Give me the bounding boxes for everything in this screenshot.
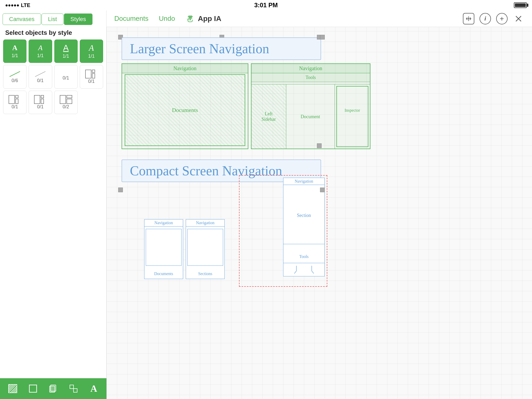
right-nav-container: Navigation Tools LeftSidebar Document In… <box>251 63 370 149</box>
battery-icon <box>514 2 527 8</box>
style-item-text-hand[interactable]: A 1/1 <box>54 39 78 63</box>
svg-rect-5 <box>9 95 15 104</box>
style-item-text-plain[interactable]: A 1/1 <box>80 39 103 63</box>
compact-docs-label: Documents <box>144 271 183 276</box>
style-item-shape-1[interactable]: 0/1 <box>54 65 78 88</box>
tab-styles[interactable]: Styles <box>64 14 92 25</box>
compact-nav-2: Navigation Sections <box>186 219 225 279</box>
section-area-label: Section <box>283 187 324 244</box>
svg-rect-8 <box>34 95 40 104</box>
style-item-shape-4[interactable]: 0/1 <box>29 91 52 114</box>
style-item-shape-3[interactable]: 0/1 <box>3 91 26 114</box>
style-count-6: 0/1 <box>37 78 44 83</box>
ui-layout-icon-1 <box>85 69 98 79</box>
style-count-8: 0/1 <box>88 79 95 84</box>
close-icon[interactable] <box>513 13 524 24</box>
shape-icon <box>69 384 78 393</box>
tools-label: Tools <box>251 73 370 82</box>
style-item-shape-2[interactable]: 0/1 <box>80 65 103 88</box>
compact-docs-box <box>146 229 182 266</box>
toolbar-icons: i + <box>463 13 524 24</box>
left-nav-container: Navigation Documents <box>122 63 248 149</box>
time-label: 3:01 PM <box>254 2 278 9</box>
svg-line-35 <box>312 271 314 274</box>
handle-compact-left[interactable] <box>118 188 123 192</box>
status-bar: ●●●●● LTE 3:01 PM <box>0 0 532 10</box>
style-count-4: 1/1 <box>88 54 95 59</box>
add-icon[interactable]: + <box>496 13 508 24</box>
larger-screen-title: Larger Screen Navigation <box>122 37 321 60</box>
nav-label-2: Navigation <box>251 64 370 73</box>
styles-grid: A 1/1 A 1/1 A 1/1 A 1/1 0/6 0/1 <box>0 39 106 114</box>
compact-nav-1: Navigation Documents <box>144 219 183 279</box>
style-count-2: 1/1 <box>37 53 44 58</box>
documents-link[interactable]: Documents <box>114 15 149 23</box>
compact-nav-1-label: Navigation <box>144 220 183 227</box>
left-sidebar-box: LeftSidebar <box>251 84 286 149</box>
svg-rect-7 <box>16 99 18 104</box>
style-item-text-italic[interactable]: A 1/1 <box>29 39 52 63</box>
style-item-shape-5[interactable]: 0/2 <box>54 91 78 114</box>
style-item-line-1[interactable]: 0/6 <box>3 65 26 88</box>
handle-far-bottom-right[interactable] <box>320 188 325 192</box>
compact-right-nav-label: Navigation <box>283 178 324 185</box>
svg-line-0 <box>10 71 20 77</box>
document-box: Document <box>286 84 335 149</box>
svg-rect-12 <box>67 95 72 98</box>
style-count-3: 1/1 <box>63 54 69 59</box>
svg-rect-6 <box>16 95 18 98</box>
compact-tools-label: Tools <box>283 250 324 263</box>
svg-line-1 <box>35 71 45 77</box>
tab-list[interactable]: List <box>42 14 63 25</box>
left-panel: Canvases List Styles Select objects by s… <box>0 10 107 378</box>
text-tool-icon: A <box>90 383 97 394</box>
style-count-9: 0/1 <box>12 104 18 110</box>
svg-rect-13 <box>67 99 72 104</box>
canvas-content: Larger Screen Navigation Navigation Docu… <box>107 27 532 399</box>
diagonal-line-light-icon <box>34 70 47 78</box>
signal-dots: ●●●●● <box>5 3 19 8</box>
svg-rect-29 <box>74 389 77 392</box>
text-bold-icon: A <box>12 44 17 51</box>
ui-layout-icon-2 <box>8 95 21 104</box>
compact-arrows <box>289 266 319 274</box>
text-tool-button[interactable]: A <box>86 381 102 396</box>
svg-line-16 <box>9 384 12 388</box>
handle-br[interactable] <box>317 143 322 148</box>
text-hand-icon: A <box>63 44 69 52</box>
svg-line-24 <box>16 392 17 393</box>
move-tool-icon[interactable] <box>463 13 474 24</box>
style-item-line-2[interactable]: 0/1 <box>29 65 52 88</box>
panel-title: Select objects by style <box>0 25 106 39</box>
svg-rect-28 <box>70 385 74 389</box>
nav-label-1: Navigation <box>122 64 248 73</box>
rect-tool-button[interactable] <box>25 381 41 396</box>
hatch-icon <box>8 384 17 393</box>
copy-tool-button[interactable] <box>45 381 61 396</box>
style-count-7: 0/1 <box>63 75 69 81</box>
handle-far-top-right[interactable] <box>320 35 325 39</box>
rect-icon <box>28 384 38 393</box>
main-toolbar: Documents Undo App IA i + <box>107 10 532 27</box>
svg-line-33 <box>294 271 296 274</box>
info-icon[interactable]: i <box>480 13 491 24</box>
style-item-text-bold[interactable]: A 1/1 <box>3 39 26 63</box>
left-sidebar-label: LeftSidebar <box>257 111 280 122</box>
canvas-title: App IA <box>185 14 221 23</box>
svg-rect-11 <box>60 95 66 104</box>
bottom-toolbar: A <box>0 378 107 399</box>
hatch-tool-button[interactable] <box>5 381 21 396</box>
undo-link[interactable]: Undo <box>159 15 175 23</box>
diagonal-line-icon <box>8 70 21 78</box>
compact-nav-2-label: Navigation <box>186 220 224 227</box>
svg-rect-3 <box>92 70 95 72</box>
tab-canvases[interactable]: Canvases <box>3 14 41 25</box>
compact-right-nav: Navigation Section Tools <box>283 178 325 276</box>
svg-rect-9 <box>41 95 44 98</box>
panel-tabs: Canvases List Styles <box>0 10 106 25</box>
ui-layout-icon-4 <box>59 95 72 104</box>
documents-box: Documents <box>125 74 245 146</box>
svg-rect-10 <box>41 99 44 104</box>
main-canvas: Documents Undo App IA i + <box>107 10 532 399</box>
shape-tool-button[interactable] <box>66 381 81 396</box>
